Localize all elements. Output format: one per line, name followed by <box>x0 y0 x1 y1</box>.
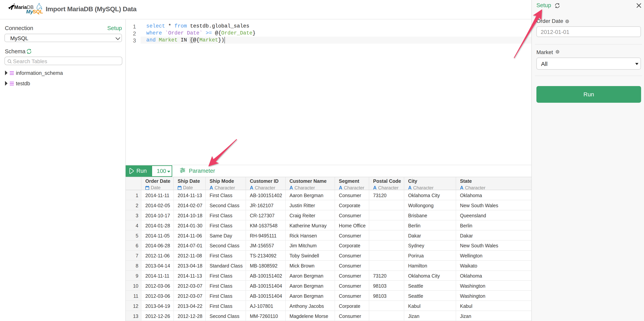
svg-text:My: My <box>26 9 34 15</box>
svg-text:SQL: SQL <box>33 9 43 15</box>
